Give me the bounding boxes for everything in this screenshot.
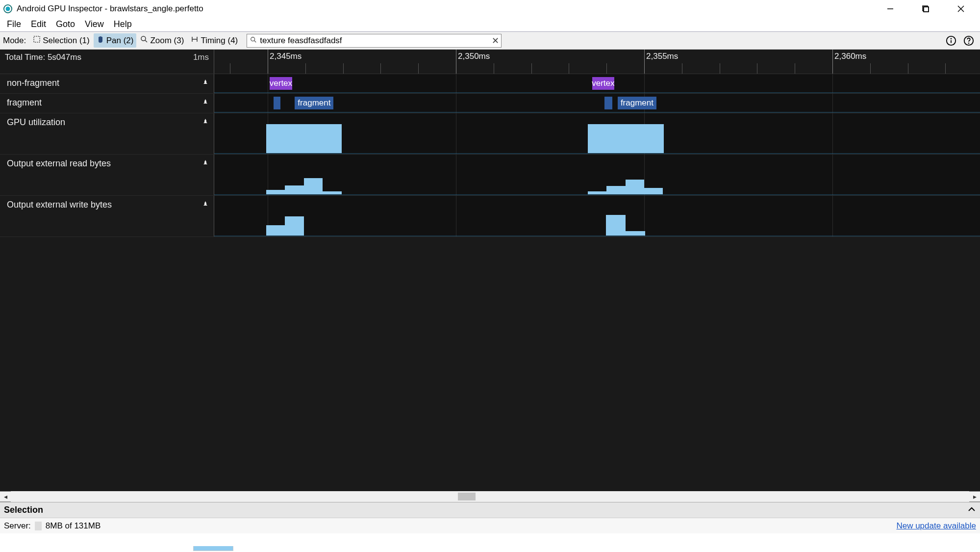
svg-rect-4 (924, 7, 929, 12)
track-output-external-write-bytes[interactable]: Output external write bytes (0, 196, 980, 237)
ruler-scale: 1ms (193, 53, 209, 62)
timeline-empty-area[interactable] (0, 237, 980, 491)
mode-label: Mode: (3, 36, 29, 46)
track-label-text: non-fragment (7, 78, 59, 88)
ruler-major-label: 2,355ms (646, 52, 678, 61)
histogram-bar[interactable] (626, 180, 644, 194)
help-button[interactable] (961, 33, 976, 48)
maximize-button[interactable] (918, 1, 933, 16)
track-label[interactable]: Output external read bytes (0, 155, 214, 195)
histogram-bar[interactable] (266, 225, 285, 236)
scroll-left-button[interactable]: ◂ (0, 491, 11, 502)
ruler-major-label: 2,350ms (458, 52, 490, 61)
histogram-bar[interactable] (266, 124, 342, 154)
menu-edit[interactable]: Edit (27, 18, 50, 30)
hand-icon (97, 35, 104, 46)
clear-search-button[interactable]: ✕ (489, 35, 501, 47)
histogram-bar[interactable] (606, 186, 625, 194)
track-label[interactable]: non-fragment (0, 74, 214, 93)
update-available-link[interactable]: New update available (896, 521, 976, 531)
track-label-text: GPU utilization (7, 117, 65, 128)
mode-zoom-label: Zoom (3) (150, 36, 184, 46)
search-input[interactable] (260, 36, 489, 46)
selection-panel-label: Selection (4, 505, 43, 515)
event-block[interactable] (274, 97, 281, 109)
track-lane[interactable]: vertexvertex (214, 74, 980, 93)
menu-view[interactable]: View (81, 18, 108, 30)
pin-icon[interactable] (202, 98, 209, 108)
menu-help[interactable]: Help (110, 18, 136, 30)
mode-selection-label: Selection (1) (43, 36, 89, 46)
total-time-label: Total Time: 5s047ms (5, 53, 81, 62)
track-lane[interactable]: fragmentfragment (214, 94, 980, 113)
track-non-fragment[interactable]: non-fragmentvertexvertex (0, 74, 980, 94)
window-title: Android GPU Inspector - brawlstars_angle… (17, 4, 203, 14)
track-fragment[interactable]: fragmentfragmentfragment (0, 94, 980, 113)
histogram-bar[interactable] (626, 231, 645, 236)
zoom-icon (140, 35, 148, 46)
svg-line-10 (145, 40, 147, 42)
mode-timing[interactable]: Timing (4) (188, 33, 241, 48)
histogram-bar[interactable] (606, 215, 626, 236)
pin-icon[interactable] (202, 200, 209, 210)
histogram-bar[interactable] (266, 190, 285, 194)
app-icon (3, 4, 13, 14)
pin-icon[interactable] (202, 158, 209, 169)
track-output-external-read-bytes[interactable]: Output external read bytes (0, 155, 980, 196)
timing-icon (191, 35, 199, 46)
titlebar: Android GPU Inspector - brawlstars_angle… (0, 0, 980, 17)
histogram-bar[interactable] (285, 185, 303, 194)
track-label[interactable]: Output external write bytes (0, 196, 214, 237)
scroll-thumb[interactable] (458, 493, 476, 500)
histogram-bar[interactable] (323, 191, 341, 194)
time-ruler[interactable]: Total Time: 5s047ms 1ms 2,345ms2,350ms2,… (0, 50, 980, 74)
search-box[interactable]: ✕ (247, 34, 502, 48)
ruler-scale-label: 1ms (193, 53, 209, 62)
pin-icon[interactable] (202, 117, 209, 128)
track-label-text: Output external read bytes (7, 158, 111, 169)
menubar: File Edit Goto View Help (0, 17, 980, 32)
timeline[interactable]: Total Time: 5s047ms 1ms 2,345ms2,350ms2,… (0, 50, 980, 491)
search-icon (247, 36, 260, 45)
track-lane[interactable] (214, 155, 980, 195)
track-label[interactable]: fragment (0, 94, 214, 113)
event-vertex[interactable]: vertex (592, 77, 614, 90)
info-button[interactable] (944, 33, 958, 48)
svg-point-9 (141, 36, 146, 41)
track-lane[interactable] (214, 113, 980, 154)
event-fragment[interactable]: fragment (618, 97, 656, 109)
track-label-text: Output external write bytes (7, 200, 112, 210)
svg-line-15 (254, 40, 256, 42)
server-label: Server: (4, 521, 31, 531)
mode-pan-label: Pan (2) (106, 36, 134, 46)
track-gpu-utilization[interactable]: GPU utilization (0, 113, 980, 155)
svg-rect-8 (34, 36, 40, 42)
event-vertex[interactable]: vertex (270, 77, 292, 90)
event-fragment[interactable]: fragment (295, 97, 333, 109)
memory-meter-icon (35, 522, 42, 530)
chevron-up-icon[interactable] (967, 505, 976, 516)
minimize-button[interactable] (883, 1, 898, 16)
close-button[interactable] (954, 1, 968, 16)
histogram-bar[interactable] (304, 178, 323, 194)
selection-panel[interactable]: Selection (0, 502, 980, 518)
scroll-track[interactable] (11, 491, 969, 502)
histogram-bar[interactable] (588, 191, 606, 194)
mode-selection[interactable]: Selection (1) (30, 33, 92, 48)
histogram-bar[interactable] (588, 124, 664, 154)
svg-point-18 (951, 38, 952, 39)
track-lane[interactable] (214, 196, 980, 237)
track-label[interactable]: GPU utilization (0, 113, 214, 154)
horizontal-scrollbar[interactable]: ◂ ▸ (0, 491, 980, 502)
svg-point-14 (251, 37, 255, 41)
event-block[interactable] (604, 97, 612, 109)
mode-zoom[interactable]: Zoom (3) (137, 33, 187, 48)
scroll-right-button[interactable]: ▸ (969, 491, 980, 502)
menu-goto[interactable]: Goto (52, 18, 79, 30)
histogram-bar[interactable] (285, 216, 303, 236)
menu-file[interactable]: File (3, 18, 25, 30)
memory-usage: 8MB of 131MB (46, 521, 101, 531)
pin-icon[interactable] (202, 78, 209, 88)
histogram-bar[interactable] (644, 188, 663, 194)
mode-pan[interactable]: Pan (2) (94, 33, 137, 48)
